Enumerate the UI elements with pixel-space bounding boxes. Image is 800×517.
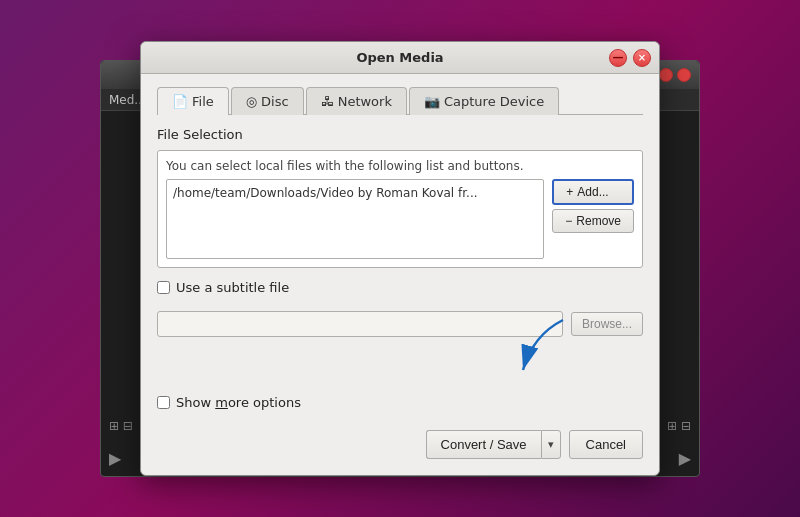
convert-save-label: Convert / Save: [441, 437, 527, 452]
dropdown-arrow-icon: ▾: [548, 438, 554, 450]
convert-save-dropdown[interactable]: ▾: [541, 430, 561, 459]
add-button-label: Add...: [577, 185, 608, 199]
tab-file[interactable]: 📄 File: [157, 87, 229, 115]
network-tab-icon: 🖧: [321, 94, 334, 109]
file-selection-label: File Selection: [157, 127, 643, 142]
file-selection-hint: You can select local files with the foll…: [166, 159, 634, 173]
subtitle-section: Use a subtitle file: [157, 280, 643, 295]
cancel-button[interactable]: Cancel: [569, 430, 643, 459]
show-more-label[interactable]: Show more options: [157, 395, 301, 410]
show-more-checkbox[interactable]: [157, 396, 170, 409]
tab-capture-label: Capture Device: [444, 94, 544, 109]
convert-save-button[interactable]: Convert / Save: [426, 430, 541, 459]
tab-bar: 📄 File ◎ Disc 🖧 Network 📷 Capture Device: [157, 86, 643, 115]
dialog-footer: Convert / Save ▾ Cancel: [157, 422, 643, 459]
remove-button-label: Remove: [576, 214, 621, 228]
add-icon: +: [566, 185, 573, 199]
tab-file-label: File: [192, 94, 214, 109]
tab-capture[interactable]: 📷 Capture Device: [409, 87, 559, 115]
file-selection-box: You can select local files with the foll…: [157, 150, 643, 268]
file-tab-icon: 📄: [172, 94, 188, 109]
dialog-title: Open Media: [356, 50, 443, 65]
file-list[interactable]: /home/team/Downloads/Video by Roman Kova…: [166, 179, 544, 259]
file-list-item: /home/team/Downloads/Video by Roman Kova…: [173, 184, 537, 202]
add-file-button[interactable]: + Add...: [552, 179, 634, 205]
tab-network-label: Network: [338, 94, 392, 109]
show-more-row: Show more options: [157, 395, 643, 410]
subtitle-checkbox[interactable]: [157, 281, 170, 294]
tab-network[interactable]: 🖧 Network: [306, 87, 407, 115]
tab-disc[interactable]: ◎ Disc: [231, 87, 304, 115]
dialog-close-button[interactable]: ×: [633, 49, 651, 67]
open-media-dialog: Open Media — × 📄 File ◎ Disc 🖧 Netw: [140, 41, 660, 476]
browse-label: Browse...: [582, 317, 632, 331]
convert-save-group: Convert / Save ▾: [426, 430, 561, 459]
browse-button[interactable]: Browse...: [571, 312, 643, 336]
subtitle-checkbox-label[interactable]: Use a subtitle file: [157, 280, 289, 295]
remove-icon: −: [565, 214, 572, 228]
remove-file-button[interactable]: − Remove: [552, 209, 634, 233]
dialog-titlebar: Open Media — ×: [141, 42, 659, 74]
subtitle-input-row: Browse...: [157, 311, 643, 337]
disc-tab-icon: ◎: [246, 94, 257, 109]
tab-disc-label: Disc: [261, 94, 289, 109]
subtitle-input[interactable]: [157, 311, 563, 337]
dialog-minimize-button[interactable]: —: [609, 49, 627, 67]
capture-tab-icon: 📷: [424, 94, 440, 109]
cancel-label: Cancel: [586, 437, 626, 452]
subtitle-label-text: Use a subtitle file: [176, 280, 289, 295]
show-more-text: Show more options: [176, 395, 301, 410]
file-action-buttons: + Add... − Remove: [552, 179, 634, 233]
